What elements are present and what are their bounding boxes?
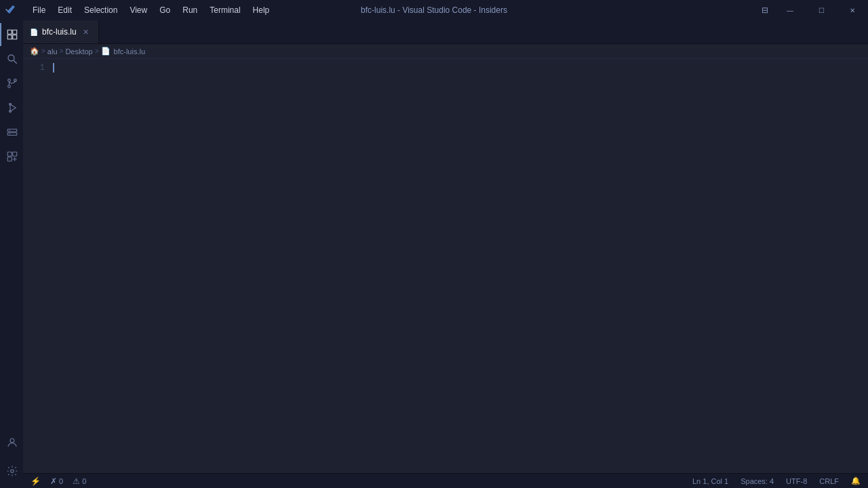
editor-area: 📄 bfc-luis.lu × 🏠 > alu > Desktop > 📄 bf… [23, 20, 868, 488]
svg-rect-12 [13, 152, 17, 156]
activity-remote-icon[interactable] [0, 121, 23, 144]
tab-close-button[interactable]: × [81, 26, 92, 37]
tab-file-icon: 📄 [30, 28, 38, 36]
menu-selection[interactable]: Selection [79, 4, 123, 16]
minimize-button[interactable]: — [774, 0, 806, 20]
menu-go[interactable]: Go [154, 4, 176, 16]
breadcrumb-sep-2: > [60, 47, 64, 55]
menu-file[interactable]: File [27, 4, 51, 16]
code-editor[interactable] [50, 59, 868, 473]
title-bar: File Edit Selection View Go Run Terminal… [0, 0, 868, 20]
close-button[interactable]: ✕ [837, 0, 868, 20]
breadcrumb: 🏠 > alu > Desktop > 📄 bfc-luis.lu [23, 44, 868, 59]
encoding-label: UTF-8 [786, 477, 807, 485]
status-notifications[interactable]: 🔔 [849, 474, 863, 489]
error-icon: ✗ [50, 476, 57, 486]
activity-settings-icon[interactable] [0, 460, 23, 483]
status-remote[interactable]: ⚡ [28, 474, 43, 489]
svg-point-0 [8, 55, 14, 61]
window-buttons: ⊟ — ☐ ✕ [755, 0, 868, 20]
breadcrumb-desktop-label: Desktop [65, 47, 92, 56]
status-errors[interactable]: ✗ 0 [48, 474, 65, 489]
status-left: ⚡ ✗ 0 ⚠ 0 [28, 474, 88, 489]
activity-bar [0, 20, 23, 488]
breadcrumb-file-icon: 📄 [101, 47, 111, 56]
activity-extensions-icon[interactable] [0, 145, 23, 168]
warning-icon: ⚠ [73, 476, 80, 486]
breadcrumb-alu-label: alu [47, 47, 58, 56]
menu-bar: File Edit Selection View Go Run Terminal… [27, 0, 275, 20]
svg-point-2 [8, 79, 11, 82]
tab-bfc-luis[interactable]: 📄 bfc-luis.lu × [23, 20, 99, 43]
main-layout: 📄 bfc-luis.lu × 🏠 > alu > Desktop > 📄 bf… [0, 20, 868, 488]
breadcrumb-sep-3: > [95, 47, 99, 55]
menu-run[interactable]: Run [177, 4, 203, 16]
maximize-button[interactable]: ☐ [806, 0, 837, 20]
breadcrumb-file[interactable]: 📄 bfc-luis.lu [101, 47, 145, 56]
breadcrumb-desktop[interactable]: Desktop [65, 47, 92, 56]
breadcrumb-sep-1: > [41, 47, 45, 55]
vscode-icon [0, 0, 20, 20]
status-warnings[interactable]: ⚠ 0 [71, 474, 88, 489]
svg-line-1 [14, 60, 17, 64]
svg-rect-13 [7, 157, 12, 161]
tab-label: bfc-luis.lu [42, 27, 77, 37]
status-right: Ln 1, Col 1 Spaces: 4 UTF-8 CRLF 🔔 [690, 474, 863, 489]
bell-icon: 🔔 [851, 476, 861, 485]
svg-point-10 [9, 134, 11, 135]
position-label: Ln 1, Col 1 [692, 477, 728, 485]
svg-point-3 [8, 85, 11, 88]
activity-search-icon[interactable] [0, 47, 23, 70]
menu-edit[interactable]: Edit [52, 4, 77, 16]
window-controls [0, 0, 20, 20]
warning-count: 0 [82, 477, 86, 485]
tab-bar: 📄 bfc-luis.lu × [23, 20, 868, 44]
menu-terminal[interactable]: Terminal [204, 4, 245, 16]
menu-view[interactable]: View [124, 4, 153, 16]
activity-run-debug-icon[interactable] [0, 96, 23, 119]
svg-rect-11 [7, 152, 12, 156]
status-spaces[interactable]: Spaces: 4 [738, 474, 776, 489]
spaces-label: Spaces: 4 [741, 477, 774, 485]
status-bar: ⚡ ✗ 0 ⚠ 0 Ln 1, Col 1 Spaces: 4 [23, 473, 868, 488]
home-icon: 🏠 [30, 47, 39, 56]
breadcrumb-home[interactable]: 🏠 [30, 47, 39, 56]
menu-help[interactable]: Help [248, 4, 275, 16]
status-position[interactable]: Ln 1, Col 1 [690, 474, 730, 489]
layout-button[interactable]: ⊟ [755, 0, 774, 20]
status-eol[interactable]: CRLF [817, 474, 841, 489]
svg-point-14 [11, 470, 14, 473]
breadcrumb-alu[interactable]: alu [47, 47, 58, 56]
breadcrumb-file-label: bfc-luis.lu [114, 47, 145, 56]
activity-accounts-icon[interactable] [0, 431, 23, 454]
svg-rect-7 [7, 129, 17, 132]
error-count: 0 [59, 477, 63, 485]
line-numbers: 1 [23, 59, 50, 473]
svg-rect-8 [7, 133, 17, 136]
eol-label: CRLF [819, 477, 839, 485]
window-title: bfc-luis.lu - Visual Studio Code - Insid… [361, 5, 507, 15]
activity-source-control-icon[interactable] [0, 72, 23, 95]
editor-content[interactable]: 1 [23, 59, 868, 473]
activity-explorer-icon[interactable] [0, 23, 23, 46]
status-encoding[interactable]: UTF-8 [784, 474, 809, 489]
remote-icon: ⚡ [31, 476, 41, 486]
svg-point-9 [9, 130, 11, 131]
